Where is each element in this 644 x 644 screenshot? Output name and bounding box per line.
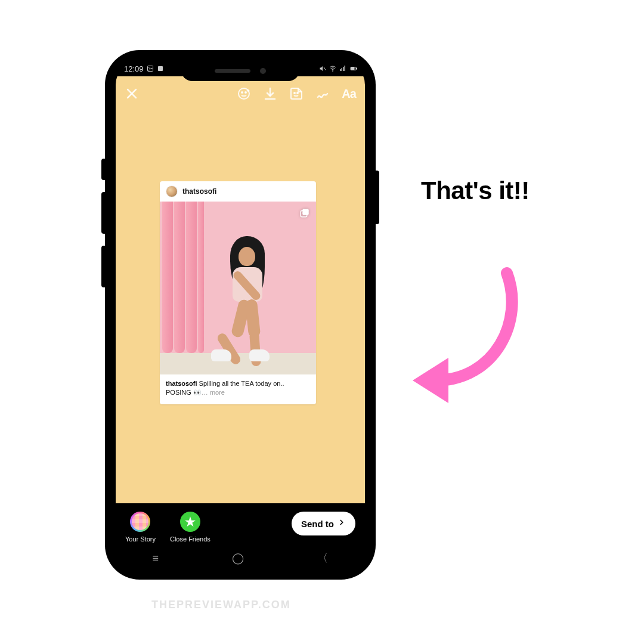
your-story-label: Your Story	[125, 535, 156, 543]
status-right	[319, 65, 357, 72]
shared-post-card[interactable]: thatsosofi	[160, 181, 316, 404]
svg-rect-11	[357, 68, 357, 69]
post-image	[160, 202, 316, 374]
face-filter-icon[interactable]	[236, 86, 252, 101]
svg-point-17	[294, 92, 295, 94]
speaker-slot	[215, 69, 250, 73]
svg-rect-2	[158, 66, 163, 71]
svg-rect-8	[345, 66, 346, 71]
svg-point-16	[245, 92, 246, 93]
svg-line-3	[324, 67, 326, 70]
svg-rect-10	[351, 68, 354, 70]
status-time: 12:09	[124, 64, 144, 73]
page-canvas: 12:09	[0, 0, 644, 644]
phone-power-button	[374, 171, 379, 224]
your-story-icon	[130, 512, 150, 532]
front-camera	[260, 68, 266, 74]
headline-text: That's it!!	[421, 177, 530, 205]
wifi-icon	[329, 65, 336, 72]
close-button[interactable]	[124, 86, 140, 101]
phone-volume-button	[101, 246, 106, 287]
watermark-text: THEPREVIEWAPP.COM	[151, 599, 291, 611]
draw-icon[interactable]	[315, 86, 330, 101]
caption-emoji: 👀	[193, 389, 202, 396]
back-icon: 〈	[317, 551, 328, 565]
home-icon: ◯	[232, 552, 244, 565]
caption-username: thatsosofi	[166, 380, 197, 387]
phone-screen: 12:09	[116, 61, 365, 569]
your-story-button[interactable]: Your Story	[125, 512, 156, 543]
svg-point-18	[297, 92, 298, 94]
mute-icon	[319, 65, 326, 72]
signal-icon	[339, 65, 346, 72]
download-icon[interactable]	[262, 86, 278, 101]
svg-rect-19	[302, 209, 309, 215]
close-friends-label: Close Friends	[170, 535, 210, 543]
notification-icon	[157, 65, 164, 72]
svg-rect-7	[343, 67, 344, 71]
svg-point-4	[333, 71, 333, 72]
svg-rect-6	[342, 68, 343, 71]
close-friends-icon: ★	[180, 512, 200, 532]
close-friends-button[interactable]: ★ Close Friends	[170, 512, 210, 543]
text-tool-button[interactable]: Aa	[341, 86, 357, 101]
status-left: 12:09	[124, 64, 164, 73]
post-header: thatsosofi	[160, 181, 316, 202]
recent-apps-icon: ≡	[153, 552, 159, 565]
chevron-right-icon	[338, 518, 346, 529]
post-avatar	[166, 185, 178, 197]
story-editor[interactable]: Aa thatsosofi	[116, 76, 365, 503]
phone-frame: 12:09	[106, 51, 374, 578]
caption-more[interactable]: … more	[202, 389, 225, 396]
android-nav-bar: ≡ ◯ 〈	[116, 547, 365, 569]
curved-arrow-graphic	[405, 261, 531, 404]
toolbar-right: Aa	[236, 86, 357, 101]
share-bar: Your Story ★ Close Friends Send to ≡ ◯ 〈	[116, 503, 365, 569]
send-to-label: Send to	[301, 519, 334, 529]
post-caption: thatsosofi Spilling all the TEA today on…	[160, 374, 316, 404]
send-to-button[interactable]: Send to	[292, 512, 355, 535]
svg-rect-5	[340, 69, 341, 71]
phone-notch	[181, 61, 300, 81]
image-icon	[147, 65, 154, 72]
post-username: thatsosofi	[182, 187, 216, 196]
carousel-icon	[299, 208, 310, 218]
sticker-icon[interactable]	[289, 86, 304, 101]
svg-point-1	[148, 67, 150, 69]
svg-point-15	[242, 92, 243, 93]
battery-icon	[349, 65, 357, 72]
